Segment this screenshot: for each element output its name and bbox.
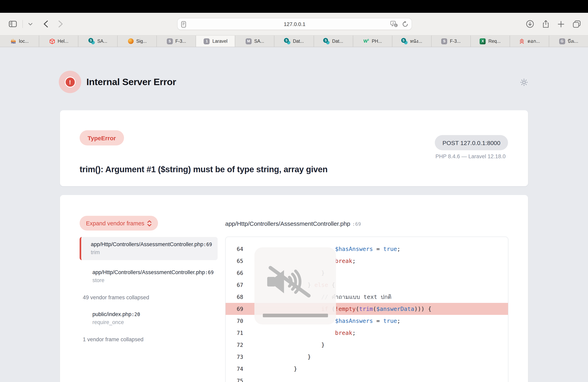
sidebar-icon[interactable] — [9, 21, 17, 27]
tab-label: ดอก... — [528, 38, 540, 45]
exception-type-badge: TypeError — [80, 130, 124, 145]
expand-vendor-frames-button[interactable]: Expand vendor frames — [80, 216, 158, 230]
tab-label: SA... — [97, 39, 107, 43]
error-alert-icon: ! — [59, 71, 81, 93]
letter-favicon: S — [167, 38, 173, 44]
tab-8[interactable]: SDat... — [274, 36, 314, 47]
new-tab-button[interactable] — [558, 20, 564, 27]
sharepoint-icon: S — [284, 38, 290, 44]
code-line: 72 } — [226, 339, 508, 351]
svg-text:A: A — [392, 21, 394, 25]
laravel-icon — [49, 38, 55, 44]
tab-label: F-3... — [175, 39, 186, 43]
letter-favicon: G — [559, 38, 565, 44]
reload-icon[interactable] — [402, 21, 408, 28]
tab-4[interactable]: Sig... — [118, 36, 157, 47]
tab-3[interactable]: SSA... — [78, 36, 118, 47]
screen: 127.0.0.1 Ax̂ — [0, 0, 588, 382]
tab-7[interactable]: MSA... — [235, 36, 274, 47]
collapsed-vendor-frames[interactable]: 49 vendor frames collapsed — [83, 294, 218, 301]
tab-label: Hel... — [58, 39, 68, 43]
mute-progress-bar — [263, 314, 328, 317]
sharepoint-icon: S — [88, 38, 95, 44]
code-line: 74 } — [226, 363, 508, 375]
translate-icon[interactable]: Ax̂ — [390, 21, 398, 28]
tab-12[interactable]: SF-3... — [431, 36, 471, 47]
tab-strip: PMAloc...Hel...SSA...Sig...SF-3...1Larav… — [0, 35, 588, 47]
code-file-header: app/Http/Controllers/AssessmentControlle… — [225, 220, 361, 227]
tab-label: SA... — [254, 39, 264, 43]
sharepoint-icon: S — [401, 38, 408, 44]
request-badge: POST 127.0.0.1:8000 — [435, 135, 508, 150]
browser-toolbar: 127.0.0.1 Ax̂ — [0, 13, 588, 35]
red-chevrons-icon — [519, 38, 525, 44]
tab-label: F-3... — [450, 39, 461, 43]
tab-label: Sig... — [136, 39, 147, 43]
tab-label: บึงเ... — [567, 38, 578, 45]
reader-icon[interactable] — [181, 21, 186, 28]
code-line: 73 } — [226, 351, 508, 363]
letter-favicon: S — [441, 38, 448, 44]
mute-overlay — [254, 247, 336, 325]
tab-6-active[interactable]: 1Laravel — [196, 36, 235, 47]
macos-menubar — [0, 0, 588, 13]
environment-versions: PHP 8.4.6 — Laravel 12.18.0 — [435, 153, 505, 159]
stack-frame-active[interactable]: app/Http/Controllers/AssessmentControlle… — [80, 237, 218, 260]
excel-icon: X — [480, 38, 486, 44]
tab-label: loc... — [19, 39, 29, 43]
tab-label: Dat... — [293, 39, 304, 43]
letter-favicon: M — [245, 38, 252, 44]
svg-text:x̂: x̂ — [395, 24, 396, 27]
tab-5[interactable]: SF-3... — [157, 36, 196, 47]
code-snippet-panel: 64 $hasAnswers = true;65 break;66 }67 } … — [225, 237, 508, 382]
tab-label: หนัง... — [410, 38, 422, 45]
error-page: ! Internal Server Error TypeError POST 1… — [0, 47, 588, 382]
tab-label: Laravel — [212, 39, 227, 43]
back-button[interactable] — [43, 20, 48, 28]
stack-frame-list: app/Http/Controllers/AssessmentControlle… — [80, 237, 218, 349]
unfold-chevrons-icon — [147, 220, 152, 226]
page-title: Internal Server Error — [86, 77, 176, 88]
stack-frame[interactable]: app/Http/Controllers/AssessmentControlle… — [80, 265, 218, 288]
stack-trace-card: Expand vendor frames app/Http/Controller… — [60, 195, 528, 382]
tab-10[interactable]: W3PH... — [353, 36, 392, 47]
tab-2[interactable]: Hel... — [39, 36, 78, 47]
sharepoint-icon: S — [323, 38, 330, 44]
tab-overview-button[interactable] — [573, 20, 581, 28]
phpmyadmin-icon: PMA — [10, 38, 17, 44]
letter-favicon: 1 — [204, 38, 210, 44]
tab-13[interactable]: XReq... — [471, 36, 510, 47]
w3schools-icon: W3 — [363, 38, 369, 44]
speaker-muted-icon — [266, 265, 314, 300]
error-message: trim(): Argument #1 ($string) must be of… — [80, 165, 328, 174]
url-text: 127.0.0.1 — [178, 21, 412, 27]
tab-14[interactable]: ดอก... — [510, 36, 549, 47]
downloads-button[interactable] — [526, 20, 534, 28]
code-line: 75 — [226, 375, 508, 382]
address-bar[interactable]: 127.0.0.1 Ax̂ — [177, 18, 412, 30]
tab-15[interactable]: Gบึงเ... — [549, 36, 588, 47]
error-summary-card: TypeError POST 127.0.0.1:8000 PHP 8.4.6 … — [60, 110, 528, 186]
tab-label: Dat... — [332, 39, 343, 43]
sidebar-chevron-down-icon[interactable] — [28, 22, 32, 25]
forward-button[interactable] — [58, 20, 63, 28]
orange-sphere-icon — [127, 38, 134, 44]
code-line: 71 break; — [226, 327, 508, 339]
stack-frame[interactable]: public/index.php:20require_once — [80, 307, 218, 330]
theme-toggle-sun-icon[interactable] — [520, 78, 528, 88]
tab-9[interactable]: SDat... — [314, 36, 353, 47]
collapsed-vendor-frames[interactable]: 1 vendor frame collapsed — [83, 336, 218, 343]
tab-label: Req... — [488, 39, 501, 43]
tab-1[interactable]: PMAloc... — [0, 36, 39, 47]
tab-11[interactable]: Sหนัง... — [392, 36, 431, 47]
share-button[interactable] — [542, 20, 549, 28]
tab-label: PH... — [372, 39, 382, 43]
toolbar-divider — [22, 20, 23, 28]
